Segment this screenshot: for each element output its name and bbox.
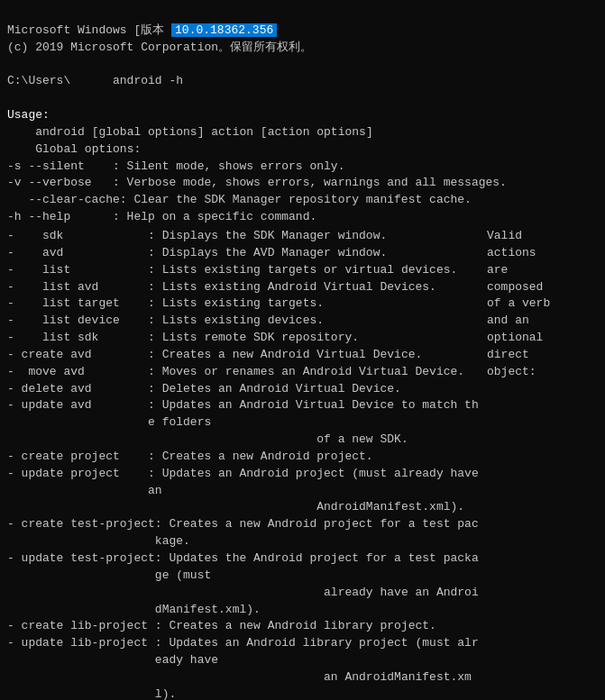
command-name: - list sdk [7,330,148,347]
command-desc: : Updates an Android Virtual Device to m… [148,397,485,449]
command-row: - create avd : Creates a new Android Vir… [7,347,485,364]
command-name: - delete avd [7,381,148,398]
command-desc: : Displays the AVD Manager window. [148,245,387,262]
command-name: - list target [7,295,148,313]
version-highlight: 10.0.18362.356 [171,23,277,37]
command-name: - update avd [7,397,148,414]
usage-label: Usage: [7,108,50,122]
command-row: - update avd : Updates an Android Virtua… [7,397,485,449]
command-name: - sdk [7,228,148,245]
option-0: -s --silent : Silent mode, shows errors … [7,159,344,173]
command-desc: : Creates a new Android library project. [155,618,436,635]
command-name: - create test-project [7,516,155,533]
command-name: - update test-project [7,550,155,568]
command-name: - update lib-project [7,635,155,652]
command-desc: : Lists existing Android Virtual Devices… [148,279,436,296]
command-desc: : Creates a new Android project for a te… [155,516,485,550]
command-row: - list sdk : Lists remote SDK repository… [7,330,485,347]
commands-section: - sdk : Displays the SDK Manager window.… [7,228,598,700]
option-3: -h --help : Help on a specific command. [7,210,316,223]
command-name: - avd [7,245,148,262]
command-desc: : Lists existing devices. [148,313,324,330]
command-desc: : Lists existing targets or virtual devi… [148,262,457,279]
commands-left: - sdk : Displays the SDK Manager window.… [7,228,485,700]
valid-actions-box: Valid actions are composed of a verb and… [485,228,598,700]
command-row: - update test-project: Updates the Andro… [7,550,485,618]
prompt-text: C:\Users\ android -h [7,74,183,87]
command-desc: : Updates an Android library project (mu… [155,635,485,700]
command-name: - list avd [7,279,148,296]
command-row: - avd : Displays the AVD Manager window. [7,245,485,262]
command-row: - create test-project: Creates a new And… [7,516,485,550]
command-name: - create avd [7,347,148,364]
command-desc: : Lists existing targets. [148,295,324,313]
command-name: - create lib-project [7,618,155,635]
command-desc: : Lists remote SDK repository. [148,330,359,347]
command-desc: : Displays the SDK Manager window. [148,228,387,245]
title-text: Microsoft Windows [版本 [7,23,164,37]
command-name: - list [7,262,148,279]
command-desc: : Updates an Android project (must alrea… [148,466,485,517]
usage-cmd: android [global options] action [action … [7,125,373,139]
commands-list: - sdk : Displays the SDK Manager window.… [7,228,485,700]
terminal-window: Microsoft Windows [版本 10.0.18362.356 (c)… [7,5,598,226]
valid-actions-text: Valid actions are composed of a verb and… [487,228,598,381]
command-row: - update lib-project : Updates an Androi… [7,635,485,700]
command-name: - create project [7,449,148,466]
command-desc: : Moves or renames an Android Virtual De… [148,364,464,381]
copyright-text: (c) 2019 Microsoft Corporation。保留所有权利。 [7,41,312,54]
option-2: --clear-cache: Clear the SDK Manager rep… [7,193,472,206]
command-name: - move avd [7,364,148,381]
command-desc: : Updates the Android project for a test… [155,550,485,618]
command-row: - create project : Creates a new Android… [7,449,485,466]
command-row: - delete avd : Deletes an Android Virtua… [7,381,485,398]
global-options-label: Global options: [7,142,141,156]
command-name: - list device [7,313,148,330]
command-row: - list target : Lists existing targets. [7,295,485,313]
command-row: - list avd : Lists existing Android Virt… [7,279,485,296]
command-name: - update project [7,466,148,483]
command-row: - list device : Lists existing devices. [7,313,485,330]
command-row: - create lib-project : Creates a new And… [7,618,485,635]
command-row: - list : Lists existing targets or virtu… [7,262,485,279]
option-1: -v --verbose : Verbose mode, shows error… [7,176,507,189]
command-row: - update project : Updates an Android pr… [7,466,485,517]
command-desc: : Creates a new Android Virtual Device. [148,347,422,364]
command-row: - move avd : Moves or renames an Android… [7,364,485,381]
command-desc: : Deletes an Android Virtual Device. [148,381,401,398]
command-row: - sdk : Displays the SDK Manager window. [7,228,485,245]
command-desc: : Creates a new Android project. [148,449,373,466]
